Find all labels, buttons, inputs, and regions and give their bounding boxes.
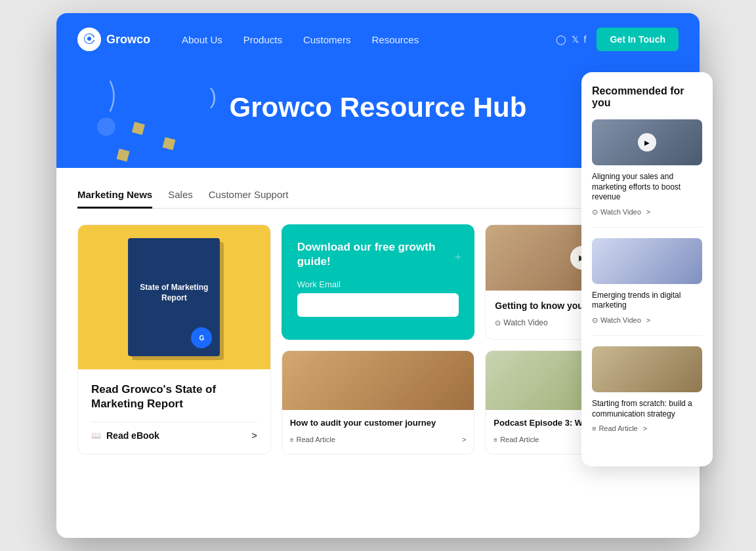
svg-rect-3 xyxy=(163,137,176,150)
sidebar-watch-icon: ⊙ xyxy=(592,316,598,325)
sidebar-title: Recommended for you xyxy=(592,85,702,109)
sidebar-cta-label: Read Article xyxy=(598,424,637,432)
read-label: Read Article xyxy=(297,436,335,443)
sidebar-cta-arrow: > xyxy=(646,316,650,324)
svg-rect-4 xyxy=(117,148,130,161)
sidebar-read-link[interactable]: ≡ Read Article > xyxy=(592,424,702,432)
watch-label: Watch Video xyxy=(503,318,547,327)
sidebar-thumbnail: ▶ xyxy=(592,119,702,165)
watch-icon: ⊙ xyxy=(495,319,501,327)
sidebar-cta-arrow: > xyxy=(646,208,650,216)
brand-name: Growco xyxy=(106,33,150,47)
nav-links: About Us Products Customers Resources xyxy=(182,34,535,45)
tab-marketing-news[interactable]: Marketing News xyxy=(77,189,152,209)
download-decoration: + xyxy=(455,251,462,264)
featured-divider xyxy=(91,422,257,422)
email-input[interactable] xyxy=(297,293,459,317)
get-in-touch-button[interactable]: Get In Touch xyxy=(597,28,679,51)
sidebar-card-title: Emerging trends in digital marketing xyxy=(592,291,702,311)
article-icon: ≡ xyxy=(290,436,294,443)
featured-ebook-card: State of Marketing Report G Read Growco'… xyxy=(77,224,271,455)
sidebar-thumbnail xyxy=(592,238,702,284)
featured-cta-arrow: > xyxy=(251,430,257,441)
social-icons: ◯ 𝕏 f xyxy=(556,34,587,45)
brand-logo[interactable]: Growco xyxy=(77,28,150,51)
nav-about[interactable]: About Us xyxy=(182,34,222,45)
tab-sales[interactable]: Sales xyxy=(168,189,193,209)
book-visual: State of Marketing Report G xyxy=(128,238,220,356)
sidebar-item-digital-trends: Emerging trends in digital marketing ⊙ W… xyxy=(592,238,702,336)
book-title: State of Marketing Report xyxy=(136,283,212,303)
read-arrow: > xyxy=(462,436,466,443)
sidebar-recommended: Recommended for you ▶ Aligning your sale… xyxy=(581,72,713,466)
book-badge: G xyxy=(191,327,212,348)
article-icon: ≡ xyxy=(494,436,497,443)
twitter-icon[interactable]: 𝕏 xyxy=(572,34,579,45)
featured-body: Read Growco's State of Marketing Report … xyxy=(78,369,270,454)
facebook-icon[interactable]: f xyxy=(584,34,587,45)
instagram-icon[interactable]: ◯ xyxy=(556,34,566,45)
nav-resources[interactable]: Resources xyxy=(371,34,419,45)
sidebar-cta-arrow: > xyxy=(643,424,647,432)
sidebar-play-button[interactable]: ▶ xyxy=(638,133,656,152)
logo-icon xyxy=(77,28,101,51)
featured-image: State of Marketing Report G xyxy=(78,225,270,369)
read-article-link[interactable]: ≡ Read Article > xyxy=(290,436,467,443)
sidebar-item-sales-marketing: ▶ Aligning your sales and marketing effo… xyxy=(592,119,702,228)
article-thumbnail xyxy=(282,351,474,410)
sidebar-card-title: Aligning your sales and marketing effort… xyxy=(592,172,702,203)
article-body: How to audit your customer journey ≡ Rea… xyxy=(282,410,474,451)
navbar: Growco About Us Products Customers Resou… xyxy=(56,13,700,66)
read-label: Read Article xyxy=(500,436,539,443)
nav-products[interactable]: Products xyxy=(243,34,282,45)
nav-customers[interactable]: Customers xyxy=(303,34,351,45)
email-label: Work Email xyxy=(297,279,459,289)
svg-rect-2 xyxy=(132,122,145,135)
sidebar-watch-icon: ⊙ xyxy=(592,208,598,216)
featured-cta-label: Read eBook xyxy=(106,430,159,441)
sidebar-cta-label: Watch Video xyxy=(600,316,641,324)
tab-customer-support[interactable]: Customer Support xyxy=(209,189,289,209)
featured-title: Read Growco's State of Marketing Report xyxy=(91,382,257,411)
svg-point-0 xyxy=(87,37,91,41)
nav-right: ◯ 𝕏 f Get In Touch xyxy=(556,28,679,51)
download-card: Download our free growth guide! + Work E… xyxy=(282,224,475,340)
sidebar-cta-label: Watch Video xyxy=(600,208,641,216)
audit-journey-card: How to audit your customer journey ≡ Rea… xyxy=(282,350,475,455)
sidebar-thumbnail xyxy=(592,346,702,392)
sidebar-read-icon: ≡ xyxy=(592,424,596,432)
sidebar-watch-link[interactable]: ⊙ Watch Video > xyxy=(592,316,702,325)
sidebar-card-title: Starting from scratch: build a communica… xyxy=(592,399,702,419)
featured-cta[interactable]: 📖 Read eBook > xyxy=(91,430,257,441)
download-title: Download our free growth guide! xyxy=(297,240,459,269)
article-title: How to audit your customer journey xyxy=(290,418,467,429)
sidebar-watch-link[interactable]: ⊙ Watch Video > xyxy=(592,208,702,216)
ebook-icon: 📖 xyxy=(91,431,101,440)
sidebar-item-communication: Starting from scratch: build a communica… xyxy=(592,346,702,443)
